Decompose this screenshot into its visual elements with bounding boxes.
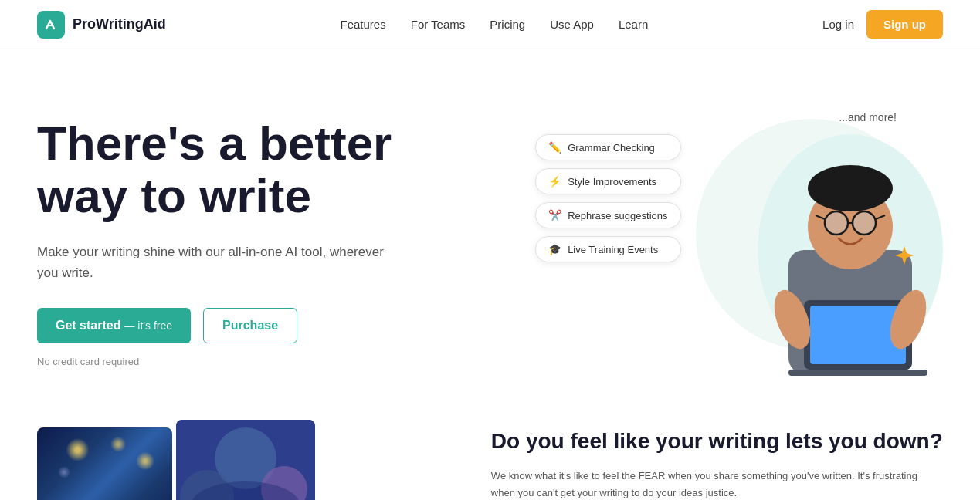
second-section-title: Do you feel like your writing lets you d… xyxy=(491,427,944,455)
svg-point-7 xyxy=(853,211,876,235)
logo-icon xyxy=(37,11,65,39)
free-label: — it's free xyxy=(124,319,172,332)
hero-buttons: Get started — it's free Purchase xyxy=(37,308,535,343)
grammar-icon: ✏️ xyxy=(548,141,561,154)
hero-section: There's a better way to write Make your … xyxy=(0,49,980,420)
svg-rect-13 xyxy=(788,370,927,376)
purchase-button[interactable]: Purchase xyxy=(203,308,297,343)
second-content: Do you feel like your writing lets you d… xyxy=(491,420,944,500)
nav-actions: Log in Sign up xyxy=(822,10,943,39)
get-started-label: Get started xyxy=(56,319,120,333)
pill-rephrase: ✂️ Rephrase suggestions xyxy=(535,202,680,228)
second-section: My idea in my head Do you feel like your… xyxy=(0,420,980,500)
hero-content: There's a better way to write Make your … xyxy=(37,117,535,367)
painting-card-back xyxy=(176,420,315,500)
hero-visual: ✏️ Grammar Checking ⚡ Style Improvements… xyxy=(535,96,943,389)
login-button[interactable]: Log in xyxy=(822,18,854,31)
rephrase-icon: ✂️ xyxy=(548,209,561,221)
painting-card-front xyxy=(37,427,172,500)
get-started-button[interactable]: Get started — it's free xyxy=(37,308,191,343)
feature-pills: ✏️ Grammar Checking ⚡ Style Improvements… xyxy=(535,134,680,262)
svg-point-5 xyxy=(808,165,893,211)
hero-subtitle: Make your writing shine with our all-in-… xyxy=(37,242,408,283)
nav-pricing[interactable]: Pricing xyxy=(490,18,525,31)
signup-button[interactable]: Sign up xyxy=(866,10,943,39)
svg-point-6 xyxy=(825,211,848,235)
training-icon: 🎓 xyxy=(548,243,561,255)
hero-person xyxy=(727,96,943,389)
nav-links: Features For Teams Pricing Use App Learn xyxy=(341,18,649,32)
nav-for-teams[interactable]: For Teams xyxy=(411,18,466,31)
pill-grammar: ✏️ Grammar Checking xyxy=(535,134,680,160)
brand-name: ProWritingAid xyxy=(73,16,166,32)
nav-use-app[interactable]: Use App xyxy=(550,18,594,31)
hero-person-svg xyxy=(727,96,943,381)
nav-learn[interactable]: Learn xyxy=(619,18,648,31)
logo[interactable]: ProWritingAid xyxy=(37,11,166,39)
navbar: ProWritingAid Features For Teams Pricing… xyxy=(0,0,980,49)
pill-style: ⚡ Style Improvements xyxy=(535,168,680,194)
nav-features[interactable]: Features xyxy=(341,18,386,31)
painting-cards: My idea in my head xyxy=(37,420,445,500)
no-credit-text: No credit card required xyxy=(37,356,535,367)
style-icon: ⚡ xyxy=(548,175,561,188)
starry-night xyxy=(37,427,172,500)
second-visual: My idea in my head xyxy=(37,420,445,500)
hero-title: There's a better way to write xyxy=(37,117,535,222)
second-section-body: We know what it's like to feel the FEAR … xyxy=(491,468,944,500)
pill-training: 🎓 Live Training Events xyxy=(535,236,680,262)
